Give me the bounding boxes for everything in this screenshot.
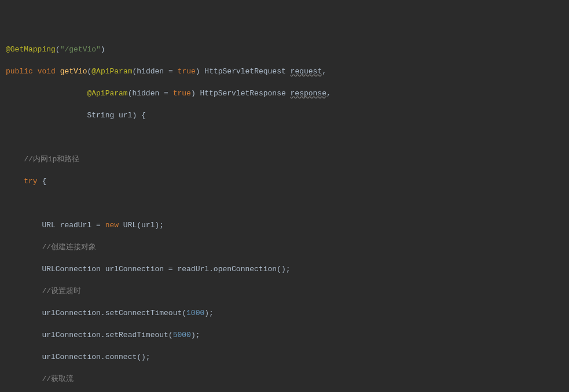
code-line: urlConnection.setReadTimeout(5000); [6, 330, 569, 341]
code-line [6, 132, 569, 143]
code-line: //获取流 [6, 373, 569, 384]
comment: //设置超时 [6, 287, 81, 295]
code-line [6, 198, 569, 209]
code-line: //内网ip和路径 [6, 154, 569, 165]
code-line: URLConnection urlConnection = readUrl.op… [6, 264, 569, 275]
code-line: //创建连接对象 [6, 242, 569, 253]
code-line: public void getVio(@ApiParam(hidden = tr… [6, 66, 569, 77]
code-line: urlConnection.connect(); [6, 352, 569, 363]
string-literal: "/getVio" [60, 45, 101, 54]
annotation: @GetMapping [6, 45, 56, 54]
code-line: String url) { [6, 110, 569, 121]
code-line: try { [6, 176, 569, 187]
method-name: getVio [60, 67, 87, 76]
code-line: @ApiParam(hidden = true) HttpServletResp… [6, 88, 569, 99]
code-line: urlConnection.setConnectTimeout(1000); [6, 308, 569, 319]
code-line: //设置超时 [6, 286, 569, 297]
code-editor[interactable]: @GetMapping("/getVio") public void getVi… [0, 33, 569, 392]
comment: //创建连接对象 [6, 243, 96, 252]
code-line: @GetMapping("/getVio") [6, 44, 569, 55]
comment: //内网ip和路径 [6, 155, 79, 164]
code-line: URL readUrl = new URL(url); [6, 220, 569, 231]
comment: //获取流 [6, 375, 74, 383]
